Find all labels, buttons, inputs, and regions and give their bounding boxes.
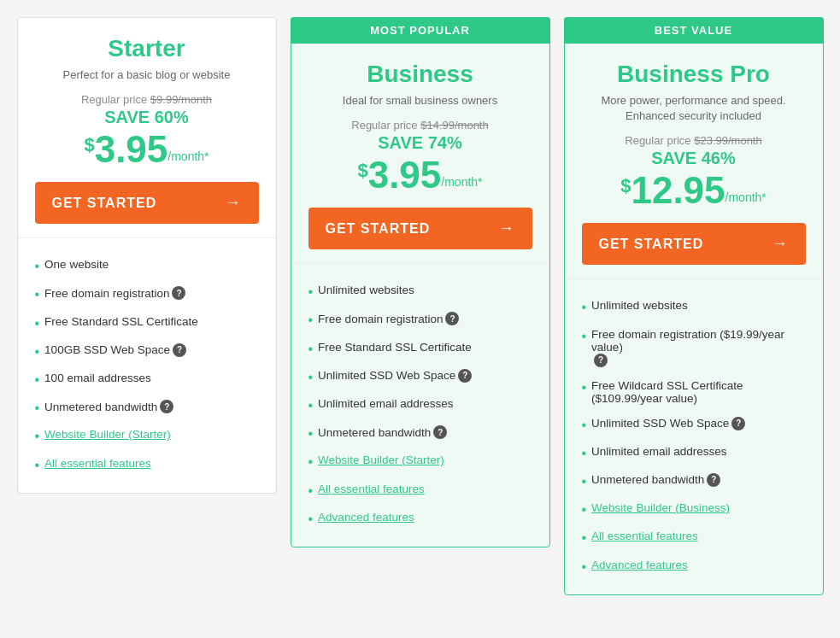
bullet-icon: •	[35, 258, 40, 274]
feature-link[interactable]: Advanced features	[591, 559, 688, 571]
bullet-icon: •	[35, 286, 40, 302]
pricing-container: StarterPerfect for a basic blog or websi…	[10, 17, 831, 595]
get-started-label-business: GET STARTED	[326, 221, 431, 237]
plan-desc-business-pro: More power, performance and speed. Enhan…	[582, 93, 806, 124]
help-icon[interactable]: ?	[160, 400, 173, 413]
feature-label: 100 email addresses	[44, 372, 151, 384]
help-icon[interactable]: ?	[731, 417, 745, 430]
bullet-icon: •	[582, 445, 587, 461]
feature-link[interactable]: All essential features	[318, 483, 425, 495]
feature-link[interactable]: Advanced features	[318, 511, 414, 524]
help-icon[interactable]: ?	[707, 473, 720, 487]
feature-text: Free domain registration?	[318, 312, 459, 325]
bullet-icon: •	[308, 397, 314, 413]
feature-link[interactable]: All essential features	[44, 457, 151, 470]
features-list-business: • Unlimited websites • Free domain regis…	[291, 263, 549, 547]
feature-text: Free Wildcard SSL Certificate ($109.99/y…	[591, 379, 805, 405]
bullet-icon: •	[308, 341, 314, 357]
feature-item: • Unlimited websites	[308, 278, 532, 306]
regular-price-business-pro: Regular price $23.99/month	[582, 134, 806, 147]
feature-item: • Website Builder (Business)	[582, 495, 806, 524]
feature-label: Unmetered bandwidth	[44, 401, 157, 413]
bullet-icon: •	[308, 312, 314, 328]
help-icon[interactable]: ?	[445, 312, 459, 325]
plan-name-business-pro: Business Pro	[582, 61, 806, 88]
get-started-button-business[interactable]: GET STARTED →	[308, 208, 532, 249]
bullet-icon: •	[582, 501, 587, 518]
regular-price-starter: Regular price $9.99/month	[35, 93, 259, 106]
feature-text: Unlimited websites	[318, 284, 414, 296]
feature-item: • Advanced features	[582, 553, 806, 581]
feature-label: Free Standard SSL Certificate	[318, 341, 472, 354]
price-dollar-business-pro: $	[620, 175, 631, 197]
price-amount-starter: 3.95	[95, 131, 168, 168]
feature-text: Unlimited email addresses	[591, 445, 726, 458]
help-icon[interactable]: ?	[173, 343, 186, 357]
feature-label: Free domain registration	[318, 313, 443, 325]
feature-label: Free domain registration	[44, 287, 169, 300]
feature-text: All essential features	[318, 483, 425, 495]
get-started-label-business-pro: GET STARTED	[599, 237, 704, 252]
feature-link[interactable]: Website Builder (Starter)	[318, 454, 444, 466]
feature-item: • Unlimited email addresses	[308, 391, 532, 419]
feature-item: • Free domain registration?	[308, 306, 532, 334]
plan-name-business: Business	[308, 61, 532, 88]
feature-label: Unlimited websites	[318, 284, 414, 296]
help-icon[interactable]: ?	[458, 369, 472, 383]
arrow-icon-business-pro: →	[772, 235, 789, 253]
feature-text: Website Builder (Business)	[591, 501, 730, 514]
plan-badge-business: MOST POPULAR	[291, 17, 550, 44]
feature-text: All essential features	[591, 530, 698, 542]
feature-text: Unmetered bandwidth?	[318, 425, 447, 439]
feature-text: 100 email addresses	[44, 372, 151, 384]
arrow-icon-business: →	[499, 219, 515, 237]
feature-text: One website	[44, 258, 109, 271]
bullet-icon: •	[35, 457, 40, 473]
feature-item: • Free domain registration ($19.99/year …	[582, 322, 806, 373]
feature-link[interactable]: All essential features	[591, 530, 698, 542]
bullet-icon: •	[35, 428, 40, 444]
feature-text: Unlimited websites	[591, 299, 688, 312]
bullet-icon: •	[35, 343, 40, 360]
bullet-icon: •	[582, 379, 587, 395]
regular-price-business: Regular price $14.99/month	[308, 119, 532, 132]
plan-card-business: MOST POPULARBusinessIdeal for small busi…	[291, 17, 550, 547]
bullet-icon: •	[35, 400, 40, 416]
feature-link[interactable]: Website Builder (Business)	[591, 501, 730, 514]
bullet-icon: •	[582, 299, 587, 315]
feature-item: • Free Standard SSL Certificate	[308, 335, 532, 363]
help-icon[interactable]: ?	[433, 425, 447, 439]
price-period-starter: /month*	[167, 149, 209, 163]
feature-link[interactable]: Website Builder (Starter)	[44, 428, 171, 441]
feature-label: 100GB SSD Web Space	[44, 343, 170, 356]
feature-label: Unlimited email addresses	[318, 397, 453, 410]
get-started-label-starter: GET STARTED	[52, 196, 157, 211]
save-pct-business-pro: SAVE 46%	[582, 149, 806, 168]
feature-text: Unlimited SSD Web Space?	[591, 417, 745, 430]
price-period-business-pro: /month*	[725, 190, 767, 204]
features-list-starter: • One website • Free domain registration…	[18, 237, 276, 493]
feature-item: • Unlimited websites	[582, 293, 806, 321]
feature-label: Unmetered bandwidth	[318, 426, 431, 439]
feature-text: Website Builder (Starter)	[318, 454, 444, 466]
feature-label: Unlimited email addresses	[591, 445, 726, 458]
feature-label: Unlimited SSD Web Space	[318, 369, 455, 382]
plan-badge-business-pro: BEST VALUE	[564, 17, 824, 44]
card-body-business: BusinessIdeal for small business ownersR…	[291, 44, 549, 263]
help-icon[interactable]: ?	[594, 354, 608, 367]
save-pct-business: SAVE 74%	[308, 133, 532, 153]
features-list-business-pro: • Unlimited websites • Free domain regis…	[565, 278, 823, 594]
feature-label: Unlimited websites	[591, 299, 688, 312]
feature-text: Website Builder (Starter)	[44, 428, 171, 441]
feature-text: Free domain registration ($19.99/year va…	[591, 328, 805, 367]
plan-desc-business: Ideal for small business owners	[308, 93, 532, 108]
price-amount-business-pro: 12.95	[631, 172, 725, 209]
get-started-button-business-pro[interactable]: GET STARTED →	[582, 223, 806, 265]
feature-item: • Unmetered bandwidth?	[308, 419, 532, 448]
get-started-button-starter[interactable]: GET STARTED →	[35, 182, 259, 224]
feature-label: Unmetered bandwidth	[591, 473, 704, 486]
plan-card-starter: StarterPerfect for a basic blog or websi…	[17, 17, 277, 494]
feature-item: • All essential features	[35, 451, 259, 479]
help-icon[interactable]: ?	[172, 286, 185, 300]
feature-text: Free domain registration?	[44, 286, 185, 300]
